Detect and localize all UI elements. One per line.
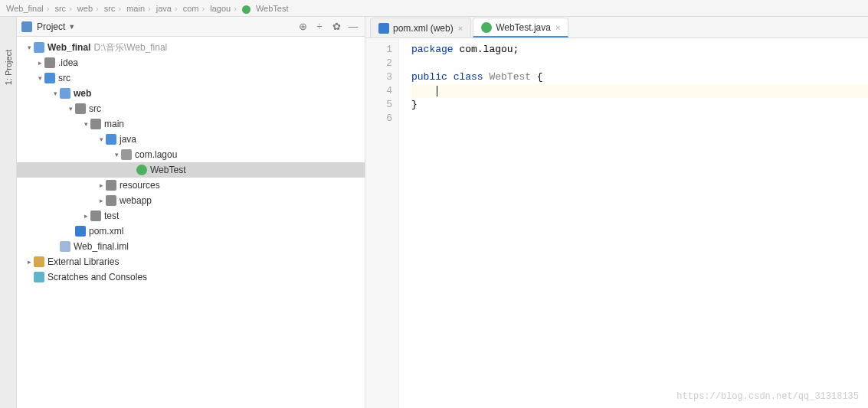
- collapse-icon[interactable]: ÷: [313, 20, 326, 34]
- folder-icon: [90, 119, 101, 129]
- tree-src2-folder[interactable]: ▾ src: [17, 101, 365, 116]
- folder-icon: [106, 134, 116, 145]
- editor-area: pom.xml (web) × WebTest.java × 1 2 3 4 5…: [365, 17, 868, 408]
- text-cursor: [437, 86, 437, 96]
- tab-webtest[interactable]: WebTest.java ×: [473, 18, 568, 38]
- line-number: 5: [365, 98, 392, 112]
- settings-icon[interactable]: ✿: [329, 20, 343, 34]
- maven-icon: [378, 23, 389, 34]
- project-tree[interactable]: ▾ Web_final D:\音乐\Web_final ▸ .idea ▾ sr…: [17, 37, 365, 408]
- chevron-down-icon[interactable]: ▼: [68, 23, 75, 31]
- folder-icon: [106, 180, 116, 191]
- module-icon: [60, 88, 70, 99]
- line-number: 2: [365, 57, 392, 70]
- folder-icon: [44, 73, 55, 83]
- project-panel: Project ▼ ⊕ ÷ ✿ — ▾ Web_final D:\音乐\Web_…: [17, 17, 365, 408]
- tree-package[interactable]: ▾ com.lagou: [17, 147, 365, 162]
- class-icon: [242, 5, 251, 14]
- tree-scratches[interactable]: Scratches and Consoles: [17, 269, 365, 285]
- tree-pom-file[interactable]: pom.xml: [17, 224, 365, 239]
- locate-icon[interactable]: ⊕: [296, 20, 310, 34]
- tab-pom[interactable]: pom.xml (web) ×: [370, 18, 471, 38]
- crumb[interactable]: java: [156, 4, 172, 13]
- folder-icon: [75, 103, 86, 114]
- scratch-icon: [34, 272, 44, 282]
- tree-idea-folder[interactable]: ▸ .idea: [17, 55, 365, 70]
- iml-icon: [60, 241, 70, 252]
- module-icon: [34, 42, 44, 53]
- tree-src-folder[interactable]: ▾ src: [17, 70, 365, 86]
- tab-label: pom.xml (web): [393, 23, 454, 34]
- tree-main-folder[interactable]: ▾ main: [17, 116, 365, 132]
- line-number: 6: [365, 112, 392, 126]
- code-body[interactable]: package com.lagou; public class WebTest …: [399, 38, 868, 408]
- line-gutter: 1 2 3 4 5 6: [365, 38, 399, 408]
- crumb[interactable]: web: [77, 4, 93, 13]
- line-number: 3: [365, 70, 392, 84]
- project-tool-tab[interactable]: 1: Project: [4, 50, 13, 85]
- line-number: 1: [365, 43, 392, 57]
- crumb[interactable]: src: [104, 4, 116, 13]
- crumb[interactable]: WebTest: [256, 4, 289, 13]
- crumb[interactable]: com: [183, 4, 199, 13]
- close-icon[interactable]: ×: [555, 23, 560, 32]
- library-icon: [34, 256, 44, 267]
- maven-icon: [75, 226, 86, 237]
- folder-icon: [90, 211, 101, 221]
- editor-tabs: pom.xml (web) × WebTest.java ×: [365, 17, 868, 38]
- tree-webapp-folder[interactable]: ▸ webapp: [17, 193, 365, 208]
- class-icon: [481, 22, 492, 33]
- folder-icon: [106, 195, 116, 206]
- breadcrumb: Web_final› src› web› src› main› java› co…: [0, 0, 868, 17]
- crumb[interactable]: lagou: [210, 4, 231, 13]
- class-icon: [136, 165, 147, 175]
- tree-resources-folder[interactable]: ▸ resources: [17, 178, 365, 193]
- crumb[interactable]: src: [54, 4, 66, 13]
- project-icon: [21, 21, 32, 32]
- tree-java-folder[interactable]: ▾ java: [17, 132, 365, 147]
- hide-icon[interactable]: —: [346, 20, 360, 34]
- tree-project-root[interactable]: ▾ Web_final D:\音乐\Web_final: [17, 40, 365, 55]
- tree-iml-file[interactable]: Web_final.iml: [17, 239, 365, 254]
- tab-label: WebTest.java: [496, 22, 551, 33]
- watermark: https://blog.csdn.net/qq_31318135: [676, 391, 859, 402]
- tree-test-folder[interactable]: ▸ test: [17, 208, 365, 224]
- folder-icon: [44, 57, 55, 68]
- tree-web-module[interactable]: ▾ web: [17, 86, 365, 101]
- project-panel-header: Project ▼ ⊕ ÷ ✿ —: [17, 17, 365, 37]
- line-number: 4: [365, 84, 392, 98]
- tree-external-libraries[interactable]: ▸ External Libraries: [17, 254, 365, 269]
- code-editor[interactable]: 1 2 3 4 5 6 package com.lagou; public cl…: [365, 38, 868, 408]
- package-icon: [121, 149, 132, 160]
- crumb[interactable]: Web_final: [6, 4, 44, 13]
- tool-window-stripe[interactable]: 1: Project: [0, 17, 17, 408]
- panel-title[interactable]: Project: [37, 21, 65, 32]
- close-icon[interactable]: ×: [458, 24, 463, 33]
- crumb[interactable]: main: [126, 4, 145, 13]
- tree-class-webtest[interactable]: WebTest: [17, 162, 365, 178]
